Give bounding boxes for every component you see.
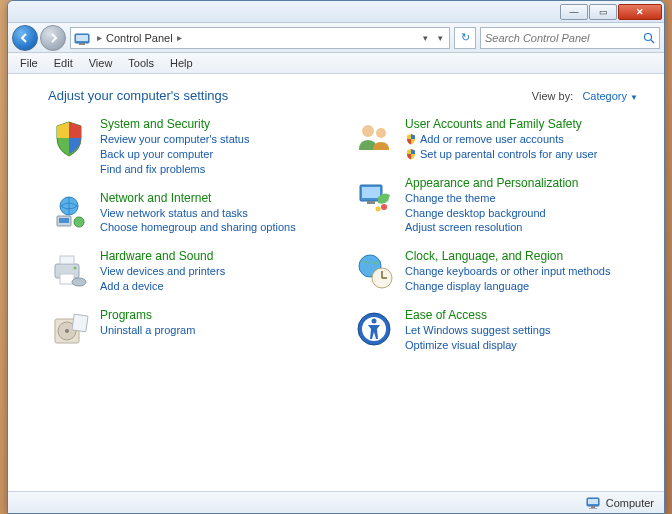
category-link[interactable]: Change desktop background [405, 206, 638, 221]
svg-point-18 [362, 125, 374, 137]
breadcrumb-dropdown[interactable]: ▾▾ [418, 33, 447, 43]
status-text: Computer [606, 497, 654, 509]
svg-rect-17 [72, 314, 88, 332]
category-body: Network and Internet View network status… [100, 191, 333, 236]
clock-globe-icon [353, 249, 395, 291]
category-body: User Accounts and Family Safety Add or r… [405, 117, 638, 162]
category-columns: System and Security Review your computer… [48, 117, 638, 367]
view-by-selector[interactable]: View by: Category ▼ [532, 90, 638, 102]
breadcrumb-separator: ▸ [173, 32, 186, 43]
shield-icon [48, 117, 90, 159]
left-column: System and Security Review your computer… [48, 117, 333, 367]
users-icon [353, 117, 395, 159]
svg-rect-2 [79, 43, 85, 45]
right-column: User Accounts and Family Safety Add or r… [353, 117, 638, 367]
category-link[interactable]: Adjust screen resolution [405, 220, 638, 235]
category-link[interactable]: View devices and printers [100, 264, 333, 279]
network-icon [48, 191, 90, 233]
menu-bar: File Edit View Tools Help [8, 53, 664, 74]
category-title[interactable]: Network and Internet [100, 191, 333, 205]
svg-point-8 [74, 217, 84, 227]
svg-point-16 [65, 329, 69, 333]
category-system-security: System and Security Review your computer… [48, 117, 333, 177]
category-link[interactable]: Choose homegroup and sharing options [100, 220, 333, 235]
menu-tools[interactable]: Tools [120, 55, 162, 71]
ease-of-access-icon [353, 308, 395, 350]
category-user-accounts: User Accounts and Family Safety Add or r… [353, 117, 638, 162]
category-title[interactable]: Ease of Access [405, 308, 638, 322]
menu-file[interactable]: File [12, 55, 46, 71]
category-link[interactable]: Back up your computer [100, 147, 333, 162]
category-title[interactable]: Hardware and Sound [100, 249, 333, 263]
search-icon [643, 32, 655, 44]
category-link[interactable]: Change keyboards or other input methods [405, 264, 638, 279]
appearance-icon [353, 176, 395, 218]
view-by-label: View by: [532, 90, 573, 102]
back-button[interactable] [12, 25, 38, 51]
svg-point-24 [376, 206, 381, 211]
category-ease-of-access: Ease of Access Let Windows suggest setti… [353, 308, 638, 353]
forward-button[interactable] [40, 25, 66, 51]
svg-point-31 [372, 318, 377, 323]
programs-icon [48, 308, 90, 350]
category-appearance: Appearance and Personalization Change th… [353, 176, 638, 236]
content-area: Adjust your computer's settings View by:… [8, 74, 664, 491]
status-bar: Computer [8, 491, 664, 513]
category-title[interactable]: Clock, Language, and Region [405, 249, 638, 263]
uac-shield-icon [405, 148, 417, 160]
category-body: System and Security Review your computer… [100, 117, 333, 177]
view-by-value: Category [582, 90, 627, 102]
category-link[interactable]: Add a device [100, 279, 333, 294]
svg-point-23 [381, 204, 387, 210]
svg-point-13 [72, 278, 86, 286]
printer-icon [48, 249, 90, 291]
category-link[interactable]: Add or remove user accounts [405, 132, 638, 147]
svg-point-3 [645, 33, 652, 40]
category-link[interactable]: Review your computer's status [100, 132, 333, 147]
category-body: Programs Uninstall a program [100, 308, 333, 338]
category-link[interactable]: Change the theme [405, 191, 638, 206]
svg-rect-22 [367, 201, 375, 204]
uac-shield-icon [405, 133, 417, 145]
svg-rect-1 [76, 35, 88, 41]
category-title[interactable]: System and Security [100, 117, 333, 131]
svg-rect-33 [588, 499, 598, 504]
chevron-down-icon: ▼ [630, 93, 638, 102]
category-hardware: Hardware and Sound View devices and prin… [48, 249, 333, 294]
search-box[interactable] [480, 27, 660, 49]
category-link[interactable]: View network status and tasks [100, 206, 333, 221]
refresh-button[interactable]: ↻ [454, 27, 476, 49]
close-button[interactable]: ✕ [618, 4, 662, 20]
svg-rect-35 [589, 508, 597, 509]
category-body: Clock, Language, and Region Change keybo… [405, 249, 638, 294]
svg-line-4 [651, 40, 654, 43]
category-link[interactable]: Uninstall a program [100, 323, 333, 338]
category-title[interactable]: Programs [100, 308, 333, 322]
category-link[interactable]: Set up parental controls for any user [405, 147, 638, 162]
search-input[interactable] [485, 32, 643, 44]
breadcrumb-text[interactable]: Control Panel [106, 32, 173, 44]
titlebar: — ▭ ✕ [8, 1, 664, 23]
minimize-button[interactable]: — [560, 4, 588, 20]
category-body: Hardware and Sound View devices and prin… [100, 249, 333, 294]
content-header: Adjust your computer's settings View by:… [48, 88, 638, 103]
page-title: Adjust your computer's settings [48, 88, 228, 103]
category-title[interactable]: User Accounts and Family Safety [405, 117, 638, 131]
category-body: Appearance and Personalization Change th… [405, 176, 638, 236]
menu-view[interactable]: View [81, 55, 121, 71]
category-link[interactable]: Change display language [405, 279, 638, 294]
svg-rect-34 [591, 506, 595, 508]
computer-icon [585, 495, 601, 511]
category-programs: Programs Uninstall a program [48, 308, 333, 350]
category-title[interactable]: Appearance and Personalization [405, 176, 638, 190]
navigation-bar: ▸ Control Panel ▸ ▾▾ ↻ [8, 23, 664, 53]
category-link[interactable]: Let Windows suggest settings [405, 323, 638, 338]
address-bar[interactable]: ▸ Control Panel ▸ ▾▾ [70, 27, 450, 49]
menu-edit[interactable]: Edit [46, 55, 81, 71]
menu-help[interactable]: Help [162, 55, 201, 71]
control-panel-icon [73, 29, 91, 47]
category-link[interactable]: Optimize visual display [405, 338, 638, 353]
svg-rect-21 [362, 187, 380, 198]
maximize-button[interactable]: ▭ [589, 4, 617, 20]
category-link[interactable]: Find and fix problems [100, 162, 333, 177]
